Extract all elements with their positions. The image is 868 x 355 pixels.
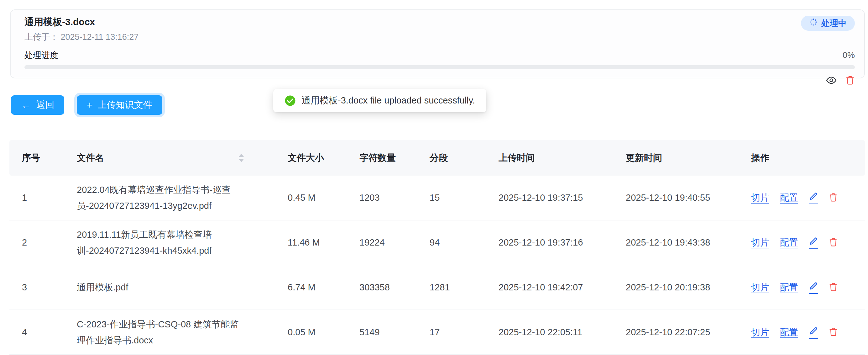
loading-spinner-icon <box>809 18 817 29</box>
action-edit-button[interactable] <box>809 326 818 339</box>
trash-icon <box>829 237 838 248</box>
cell-index: 2 <box>9 237 64 248</box>
action-slice-link[interactable]: 切片 <box>751 326 769 339</box>
action-delete-button[interactable] <box>829 282 838 293</box>
cell-charcount: 5149 <box>347 327 417 337</box>
action-delete-button[interactable] <box>829 237 838 248</box>
plus-icon: + <box>87 100 93 110</box>
action-slice-link[interactable]: 切片 <box>751 236 769 249</box>
cell-update-time: 2025-12-10 20:19:38 <box>613 282 739 293</box>
action-edit-button[interactable] <box>809 191 818 204</box>
cell-update-time: 2025-12-10 19:43:38 <box>613 237 739 248</box>
header-filename[interactable]: 文件名 <box>64 152 275 164</box>
table-row: 1 2022.04既有幕墙巡查作业指导书-巡查员-20240727123941-… <box>9 176 865 220</box>
cell-filename: C-2023-作业指导书-CSQ-08 建筑节能监理作业指导书.docx <box>64 317 275 348</box>
cell-index: 4 <box>9 327 64 337</box>
uploading-file-title: 通用模板-3.docx <box>25 15 95 29</box>
edit-pencil-icon <box>809 191 818 202</box>
uploaded-at-text: 上传于： 2025-12-11 13:16:27 <box>25 31 855 43</box>
cell-update-time: 2025-12-10 22:07:25 <box>613 327 739 337</box>
cell-upload-time: 2025-12-10 19:37:16 <box>486 237 613 248</box>
toast-message: 通用模板-3.docx file uploaded successfully. <box>302 94 475 107</box>
cell-filename: 通用模板.pdf <box>64 279 275 295</box>
cell-charcount: 19224 <box>347 237 417 248</box>
action-config-link[interactable]: 配置 <box>780 326 798 339</box>
upload-processing-card: 通用模板-3.docx 处理中 上传于： 2025-12-11 13:16:27… <box>10 9 865 79</box>
header-filesize: 文件大小 <box>275 152 347 164</box>
cell-charcount: 1203 <box>347 193 417 203</box>
progress-bar <box>25 65 855 69</box>
cell-filename: 2019.11.11新员工既有幕墙检查培训-20240727123941-kh4… <box>64 227 275 259</box>
progress-percent: 0% <box>843 51 855 60</box>
action-config-link[interactable]: 配置 <box>780 281 798 294</box>
cell-upload-time: 2025-12-10 19:42:07 <box>486 282 613 293</box>
header-index: 序号 <box>9 152 64 164</box>
cell-filename: 2022.04既有幕墙巡查作业指导书-巡查员-20240727123941-13… <box>64 182 275 214</box>
cell-update-time: 2025-12-10 19:40:55 <box>613 193 739 203</box>
cell-filesize: 0.45 M <box>275 193 347 203</box>
action-delete-button[interactable] <box>829 327 838 338</box>
trash-icon <box>829 327 838 338</box>
cell-segments: 15 <box>417 193 486 203</box>
header-segments: 分段 <box>417 152 486 164</box>
trash-icon <box>829 282 838 293</box>
cell-segments: 17 <box>417 327 486 337</box>
cell-index: 1 <box>9 193 64 203</box>
header-upload-time: 上传时间 <box>486 152 613 164</box>
action-edit-button[interactable] <box>809 281 818 294</box>
toolbar: ← 返回 + 上传知识文件 <box>11 95 162 115</box>
action-slice-link[interactable]: 切片 <box>751 191 769 204</box>
action-edit-button[interactable] <box>809 236 818 249</box>
back-arrow-icon: ← <box>21 100 31 110</box>
cell-filesize: 0.05 M <box>275 327 347 337</box>
upload-success-toast: 通用模板-3.docx file uploaded successfully. <box>273 89 486 112</box>
cell-charcount: 303358 <box>347 282 417 293</box>
edit-pencil-icon <box>809 236 818 247</box>
cell-filesize: 11.46 M <box>275 237 347 248</box>
trash-icon <box>829 193 838 203</box>
table-row: 4 C-2023-作业指导书-CSQ-08 建筑节能监理作业指导书.docx 0… <box>9 310 865 355</box>
upload-file-button[interactable]: + 上传知识文件 <box>77 95 162 115</box>
cell-segments: 1281 <box>417 282 486 293</box>
progress-label: 处理进度 <box>25 50 58 61</box>
status-badge: 处理中 <box>801 16 855 31</box>
status-badge-label: 处理中 <box>821 18 847 29</box>
preview-button[interactable] <box>826 75 837 86</box>
action-delete-button[interactable] <box>829 193 838 203</box>
header-update-time: 更新时间 <box>613 152 739 164</box>
upload-button-label: 上传知识文件 <box>98 99 152 111</box>
back-button[interactable]: ← 返回 <box>11 95 64 115</box>
header-actions: 操作 <box>739 152 865 164</box>
cell-upload-time: 2025-12-10 19:37:15 <box>486 193 613 203</box>
action-config-link[interactable]: 配置 <box>780 236 798 249</box>
header-filename-label: 文件名 <box>77 152 104 164</box>
file-table: 序号 文件名 文件大小 字符数量 分段 上传时间 更新时间 操作 1 2022.… <box>9 140 865 355</box>
action-config-link[interactable]: 配置 <box>780 191 798 204</box>
cell-upload-time: 2025-12-10 22:05:11 <box>486 327 613 337</box>
header-charcount: 字符数量 <box>347 152 417 164</box>
edit-pencil-icon <box>809 326 818 336</box>
delete-upload-button[interactable] <box>845 75 855 85</box>
cell-index: 3 <box>9 282 64 293</box>
back-button-label: 返回 <box>36 99 54 111</box>
table-header-row: 序号 文件名 文件大小 字符数量 分段 上传时间 更新时间 操作 <box>9 140 865 176</box>
sort-carets-icon[interactable] <box>237 152 245 164</box>
action-slice-link[interactable]: 切片 <box>751 281 769 294</box>
table-row: 2 2019.11.11新员工既有幕墙检查培训-20240727123941-k… <box>9 220 865 265</box>
table-row: 3 通用模板.pdf 6.74 M 303358 1281 2025-12-10… <box>9 265 865 310</box>
cell-segments: 94 <box>417 237 486 248</box>
edit-pencil-icon <box>809 281 818 292</box>
cell-filesize: 6.74 M <box>275 282 347 293</box>
success-check-icon <box>284 95 296 106</box>
